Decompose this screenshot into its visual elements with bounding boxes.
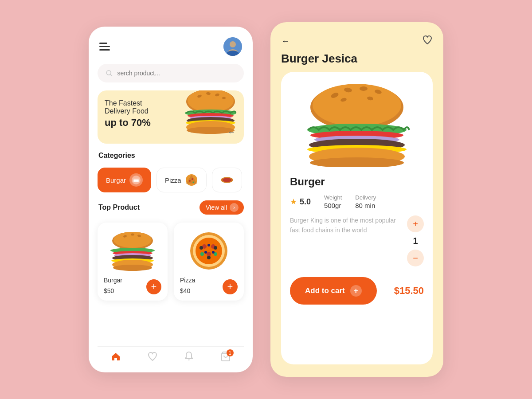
- svg-point-32: [131, 234, 134, 236]
- add-pizza-button[interactable]: +: [223, 279, 238, 294]
- svg-point-50: [204, 251, 207, 254]
- rating-value: 5.0: [300, 197, 311, 207]
- rating-info-row: ★ 5.0 Weight 500gr Delivery 80 min: [290, 194, 424, 209]
- detail-title: Burger Jesica: [281, 52, 433, 66]
- add-to-cart-button[interactable]: Add to cart +: [290, 277, 377, 305]
- detail-product-name: Burger: [290, 176, 424, 188]
- menu-icon[interactable]: [99, 43, 110, 51]
- search-bar[interactable]: [98, 64, 244, 82]
- view-all-button[interactable]: View all ›: [200, 200, 244, 215]
- svg-rect-21: [133, 180, 139, 181]
- svg-point-28: [222, 178, 231, 182]
- view-all-arrow-icon: ›: [230, 203, 239, 212]
- product-card-burger: Burgar $50 +: [98, 223, 168, 301]
- promo-line3: up to 70%: [105, 117, 151, 129]
- product-pizza-image: [180, 229, 238, 273]
- product-pizza-price: $40: [180, 287, 190, 294]
- detail-title-bold: Jesica: [322, 52, 357, 65]
- svg-point-60: [360, 86, 368, 91]
- svg-point-46: [207, 252, 211, 256]
- promo-line1: The Fastest: [105, 99, 151, 107]
- promo-line2: Delivery Food: [105, 107, 151, 115]
- weight-value: 500gr: [324, 202, 342, 209]
- category-chip-hotdog[interactable]: [212, 168, 242, 192]
- product-burger-image: [104, 229, 161, 273]
- avatar[interactable]: [223, 37, 242, 56]
- svg-rect-22: [133, 181, 139, 182]
- weight-block: Weight 500gr: [324, 194, 342, 209]
- category-label-pizza: Pizza: [165, 176, 181, 184]
- weight-label: Weight: [324, 194, 342, 201]
- svg-point-26: [192, 182, 194, 183]
- nav-notifications[interactable]: [184, 351, 194, 362]
- add-burger-button[interactable]: +: [146, 279, 161, 294]
- nav-cart[interactable]: 1: [220, 351, 231, 362]
- promo-text: The Fastest Delivery Food up to 70%: [105, 99, 151, 129]
- quantity-decrease-button[interactable]: −: [407, 250, 424, 266]
- category-label-burger: Burgar: [106, 176, 126, 184]
- category-chip-burger[interactable]: Burgar: [98, 168, 151, 192]
- svg-point-52: [200, 246, 203, 250]
- detail-header: ←: [281, 35, 433, 47]
- svg-rect-20: [133, 179, 139, 180]
- top-product-title: Top Product: [98, 203, 141, 211]
- svg-point-1: [230, 41, 236, 47]
- svg-point-53: [214, 246, 217, 250]
- bottom-nav: 1: [98, 346, 244, 364]
- add-to-cart-plus-icon: +: [350, 285, 362, 297]
- detail-burger-image: [290, 81, 424, 169]
- svg-point-25: [192, 178, 193, 180]
- view-all-label: View all: [206, 204, 227, 211]
- left-panel: The Fastest Delivery Food up to 70%: [89, 27, 253, 372]
- product-description: Burger King is one of the most popular f…: [290, 215, 403, 235]
- product-burger-price: $50: [104, 287, 114, 294]
- product-card-pizza: Pizza $40 +: [174, 223, 244, 301]
- svg-point-51: [212, 251, 215, 254]
- add-to-cart-row: Add to cart + $15.50: [290, 277, 424, 305]
- burger-category-icon: [129, 173, 143, 187]
- promo-banner: The Fastest Delivery Food up to 70%: [98, 90, 244, 144]
- svg-point-57: [313, 84, 401, 126]
- svg-point-54: [207, 256, 211, 259]
- product-pizza-name: Pizza: [180, 277, 195, 284]
- back-button[interactable]: ←: [281, 36, 290, 46]
- quantity-increase-button[interactable]: +: [407, 215, 424, 232]
- svg-point-49: [207, 244, 210, 246]
- description-qty-row: Burger King is one of the most popular f…: [290, 215, 424, 266]
- right-panel: ← Burger Jesica: [270, 22, 443, 377]
- delivery-label: Delivery: [355, 194, 376, 201]
- delivery-value: 80 min: [355, 202, 376, 209]
- nav-favorites[interactable]: [147, 351, 158, 362]
- svg-point-47: [200, 252, 204, 256]
- svg-point-11: [222, 97, 226, 99]
- categories-row: Burgar Pizza: [98, 168, 244, 192]
- cart-badge: 1: [227, 349, 234, 356]
- total-price: $15.50: [394, 285, 424, 297]
- svg-point-43: [196, 238, 222, 264]
- svg-point-40: [113, 265, 152, 271]
- hotdog-category-icon: [220, 173, 234, 187]
- product-burger-name: Burgar: [104, 277, 122, 284]
- star-icon: ★: [290, 197, 297, 207]
- categories-title: Categories: [98, 152, 244, 160]
- search-input[interactable]: [117, 70, 236, 77]
- pizza-category-icon: [185, 173, 198, 187]
- svg-point-24: [189, 180, 191, 182]
- header-row: [98, 37, 244, 56]
- quantity-controls: + 1 −: [407, 215, 424, 266]
- add-to-cart-label: Add to cart: [305, 286, 345, 295]
- category-chip-pizza[interactable]: Pizza: [156, 168, 207, 192]
- svg-line-5: [110, 74, 112, 76]
- favorite-button[interactable]: [422, 35, 433, 47]
- top-product-section: Top Product View all ›: [98, 200, 244, 215]
- products-grid: Burgar $50 +: [98, 223, 244, 301]
- rating-block: ★ 5.0: [290, 197, 311, 207]
- search-icon: [106, 69, 113, 77]
- quantity-value: 1: [413, 236, 418, 246]
- nav-home[interactable]: [110, 351, 121, 362]
- categories-section: Categories: [98, 152, 244, 160]
- promo-nav-arrow[interactable]: ←: [225, 126, 238, 138]
- detail-title-normal: Burger: [281, 52, 322, 65]
- delivery-block: Delivery 80 min: [355, 194, 376, 209]
- detail-card: Burger ★ 5.0 Weight 500gr Delivery 80 mi…: [281, 72, 433, 364]
